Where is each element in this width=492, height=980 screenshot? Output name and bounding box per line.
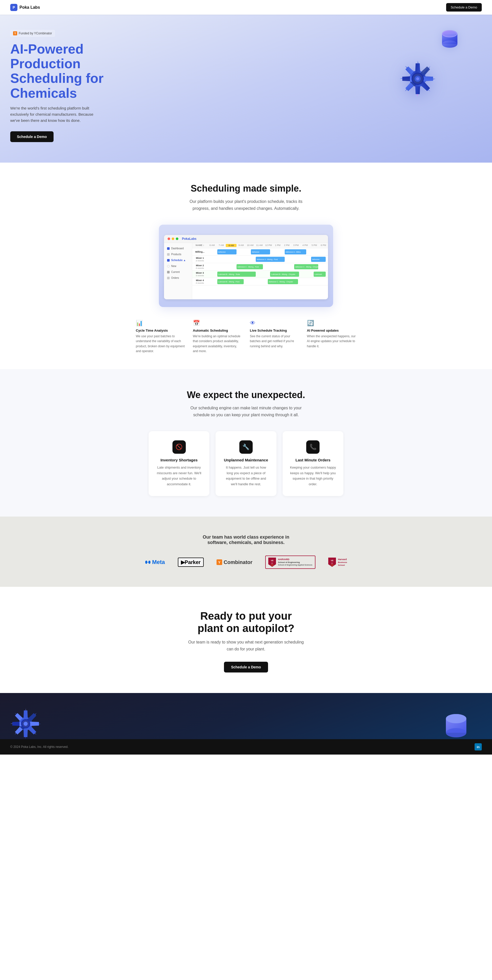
current-icon <box>167 271 170 274</box>
app-sidebar: Dashboard Products Schedule ▲ New <box>164 243 192 299</box>
team-title: Our team has world class experience in s… <box>192 535 300 545</box>
app-window: PokaLabs Dashboard Products Sch <box>164 235 328 299</box>
cell-milling-2: Adhesive <box>251 249 270 255</box>
hero-badge: Y Funded by YCombinator <box>10 30 55 37</box>
sidebar-item-current[interactable]: Current <box>164 269 192 275</box>
svg-text:RI: RI <box>331 562 333 564</box>
navbar-cta-button[interactable]: Schedule a Demo <box>446 3 482 11</box>
schedule-time-7am: 7 AM <box>217 244 226 247</box>
feature-cycle-time: 📊 Cycle Time Analysis We use your past b… <box>136 320 185 354</box>
scheduling-section: Scheduling made simple. Our platform bui… <box>0 162 492 369</box>
schedule-row-mixer2: Mixer 22 events Adhesive C - Mixing - Fo… <box>192 263 328 270</box>
row-cells-mixer1: Adhesive 4 - Mixing - Ford Adhesive <box>208 256 328 263</box>
dashboard-icon <box>167 247 170 250</box>
hero-title-line1: AI-Powered <box>10 41 84 56</box>
lastminute-icon-wrap: 📞 <box>306 441 319 454</box>
auto-scheduling-title: Automatic Scheduling <box>193 329 243 332</box>
svg-point-51 <box>24 722 28 726</box>
orders-icon <box>167 277 170 279</box>
harvard-seas-text: HARVARD School of Engineering School of … <box>278 558 313 566</box>
schedule-time-6pm: 6 PM <box>319 244 328 247</box>
inventory-desc: Late shipments and inventory miscounts a… <box>156 465 202 487</box>
schedule-time-2pm: 2 PM <box>283 244 292 247</box>
svg-text:VE: VE <box>331 559 333 562</box>
ai-updates-icon: 🔄 <box>307 320 356 326</box>
star-shape <box>382 43 454 115</box>
schedule-time-8am: 8 AM <box>226 244 236 247</box>
auto-scheduling-icon: 📅 <box>193 320 243 326</box>
autopilot-title-line2: plant on autopilot? <box>198 622 294 634</box>
feature-live-tracking: 👁 Live Schedule Tracking See the current… <box>250 320 299 354</box>
lastminute-icon: 📞 <box>309 444 316 450</box>
schedule-time-4pm: 4 PM <box>301 244 310 247</box>
live-tracking-desc: See the current status of your batches a… <box>250 334 299 349</box>
row-name-mixer2: Mixer 22 events <box>192 264 208 269</box>
autopilot-subtitle: Our team is ready to show you what next … <box>184 639 308 652</box>
card-maintenance: 🔧 Unplanned Maintenance It happens. Just… <box>216 431 276 496</box>
live-tracking-title: Live Schedule Tracking <box>250 329 299 332</box>
meta-logo-icon <box>145 559 151 565</box>
row-name-mixer1: Mixer 12 events <box>192 257 208 262</box>
ai-updates-desc: When the unexpected happens, our AI engi… <box>307 334 356 349</box>
logo-harvard-hbs: VE RI TAS Harvard Business School <box>328 558 347 567</box>
schedule-time-9am: 9 AM <box>236 244 246 247</box>
cell-mixer1-2: Adhesive <box>311 257 325 262</box>
cards-grid: 🚫 Inventory Shortages Late shipments and… <box>149 431 343 496</box>
unexpected-title: We expect the unexpected. <box>10 390 482 400</box>
svg-text:TAS: TAS <box>331 564 333 566</box>
svg-point-54 <box>446 728 467 737</box>
autopilot-section: Ready to put your plant on autopilot? Ou… <box>0 587 492 693</box>
autopilot-title: Ready to put your plant on autopilot? <box>10 610 482 635</box>
app-title: PokaLabs <box>182 237 197 240</box>
navbar: P Poka Labs Schedule a Demo <box>0 0 492 14</box>
schedule-time-5pm: 5 PM <box>310 244 319 247</box>
harvard-seas-shield-icon: VE RI TAS <box>268 558 276 567</box>
footer-bar: © 2024 Poka Labs, Inc. All rights reserv… <box>0 739 492 754</box>
app-body: Dashboard Products Schedule ▲ New <box>164 243 328 299</box>
harvard-seas-line2: School of Engineering <box>278 561 313 564</box>
sidebar-item-orders[interactable]: Orders <box>164 275 192 281</box>
feature-auto-scheduling: 📅 Automatic Scheduling We're building an… <box>193 320 243 354</box>
unexpected-subtitle: Our scheduling engine can make last minu… <box>184 404 308 418</box>
cycle-time-desc: We use your past batches to understand t… <box>136 334 185 354</box>
inventory-icon: 🚫 <box>176 444 183 450</box>
feature-ai-updates: 🔄 AI Powered updates When the unexpected… <box>307 320 356 354</box>
cell-milling-1: Adhesive <box>217 249 236 255</box>
footer-shape-left <box>0 698 49 739</box>
logo-meta: Meta <box>145 559 165 566</box>
schedule-icon <box>167 259 170 262</box>
schedule-time-11am: 11 AM <box>255 244 264 247</box>
row-cells-milling: Adhesive Adhesive Adhesive A - Millns <box>208 248 328 255</box>
autopilot-cta-button[interactable]: Schedule a Demo <box>224 662 268 673</box>
logo-parker: ▶Parker <box>178 558 204 567</box>
hero-title-line3: Scheduling for <box>10 71 103 86</box>
sidebar-item-schedule[interactable]: Schedule ▲ <box>164 257 192 263</box>
sidebar-item-products[interactable]: Products <box>164 251 192 257</box>
hbs-line1: Harvard <box>338 558 347 561</box>
schedule-header: NAME ↕ 6 AM 7 AM 8 AM 9 AM 10 AM 11 AM 1… <box>192 243 328 248</box>
ai-updates-title: AI Powered updates <box>307 329 356 332</box>
maintenance-icon: 🔧 <box>243 444 249 450</box>
hero-visual <box>364 22 471 120</box>
hbs-shield-icon: VE RI TAS <box>328 558 336 567</box>
cycle-time-icon: 📊 <box>136 320 185 326</box>
schedule-time-12pm: 12 PM <box>264 244 273 247</box>
harvard-seas-line3: School of Engineering Applied Sciences <box>278 564 313 566</box>
hero-3d-shapes <box>369 27 467 115</box>
schedule-row-milling: Milling... Adhesive Adhesive Adhesive A … <box>192 248 328 256</box>
hero-title-line2: Production <box>10 56 81 71</box>
app-dot-minimize <box>172 237 174 240</box>
footer-visual <box>0 693 492 739</box>
hero-cta-button[interactable]: Schedule a Demo <box>10 131 54 142</box>
sidebar-item-dashboard[interactable]: Dashboard <box>164 245 192 251</box>
logos-row: Meta ▶Parker Y Combinator VE RI TAS HARV… <box>10 555 482 569</box>
hero-badge-text: Funded by YCombinator <box>19 32 52 35</box>
footer-shape-right <box>436 706 477 739</box>
footer-linkedin-button[interactable]: in <box>475 743 482 751</box>
cell-mixer4-2: Adhesive C - Mixing - Chrysler <box>268 279 298 284</box>
app-titlebar: PokaLabs <box>164 235 328 243</box>
harvard-seas-line1: HARVARD <box>278 558 313 561</box>
cycle-time-title: Cycle Time Analysis <box>136 329 185 332</box>
row-name-mixer3: Mixer 33 events <box>192 272 208 277</box>
sidebar-item-new[interactable]: New <box>164 263 192 269</box>
